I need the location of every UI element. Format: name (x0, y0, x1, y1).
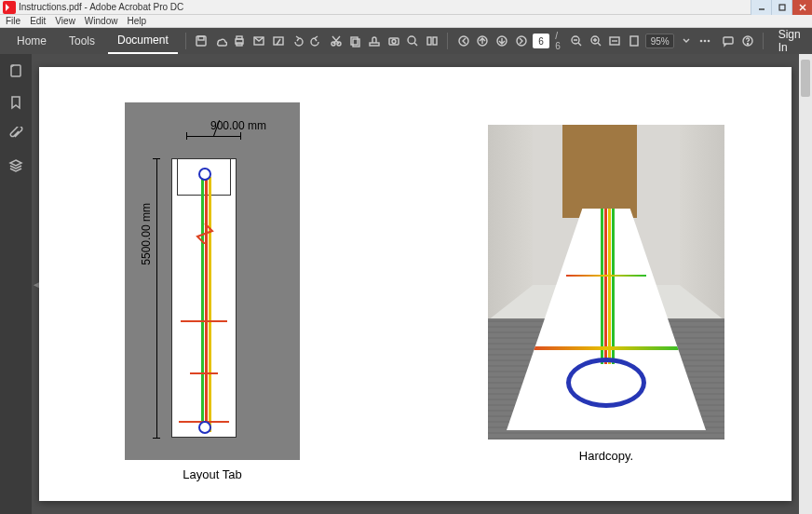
zoom-out-icon[interactable] (569, 31, 585, 51)
thumbnails-icon[interactable] (7, 61, 25, 80)
separator (447, 33, 448, 49)
svg-point-30 (704, 40, 707, 43)
hardcopy-photo (488, 125, 724, 440)
vertical-scrollbar[interactable] (799, 54, 812, 514)
figure-layout: 900.00 mm 5500.00 mm (125, 102, 300, 481)
last-page-icon[interactable] (513, 31, 529, 51)
cut-icon[interactable] (328, 31, 344, 51)
redo-icon[interactable] (309, 31, 325, 51)
caption-layout-tab: Layout Tab (125, 467, 300, 481)
figure-hardcopy: Hardcopy. (488, 125, 724, 463)
svg-rect-7 (237, 36, 242, 39)
layout-diagram: 900.00 mm 5500.00 mm (125, 102, 300, 460)
search-icon[interactable] (405, 31, 421, 51)
copy-icon[interactable] (347, 31, 363, 51)
menu-view[interactable]: View (55, 16, 75, 26)
print-icon[interactable] (232, 31, 248, 51)
first-page-icon[interactable] (455, 31, 471, 51)
svg-rect-14 (353, 39, 359, 47)
nav-rail (0, 54, 32, 514)
menubar: File Edit View Window Help (0, 15, 812, 28)
document-area: ◄ 900.00 mm 5500.00 mm (32, 54, 812, 514)
stamp-icon[interactable] (367, 31, 383, 51)
separator (763, 33, 764, 49)
zoom-level[interactable]: 95% (645, 34, 674, 48)
svg-rect-32 (724, 37, 733, 44)
bookmark-icon[interactable] (7, 93, 25, 112)
svg-rect-15 (370, 43, 379, 46)
signin-link[interactable]: Sign In (778, 28, 805, 54)
tab-document[interactable]: Document (108, 28, 178, 54)
cloud-icon[interactable] (212, 31, 228, 51)
maximize-button[interactable] (771, 0, 792, 15)
titlebar: Instructions.pdf - Adobe Acrobat Pro DC (0, 0, 812, 15)
close-button[interactable] (792, 0, 812, 15)
more-tools-icon[interactable] (697, 31, 713, 51)
window-controls (751, 0, 812, 15)
scroll-thumb[interactable] (801, 60, 810, 97)
mail-icon[interactable] (251, 31, 267, 51)
toolbar: Home Tools Document 6 / 6 95% Sign In (0, 28, 812, 54)
page-number-input[interactable]: 6 (533, 34, 549, 48)
group-icon[interactable] (425, 31, 440, 51)
separator (185, 33, 186, 49)
help-icon[interactable] (739, 31, 755, 51)
zoom-in-icon[interactable] (588, 31, 603, 51)
page-total: / 6 (555, 31, 562, 51)
menu-help[interactable]: Help (127, 16, 146, 26)
menu-window[interactable]: Window (85, 16, 118, 26)
svg-point-31 (708, 40, 710, 43)
svg-rect-19 (427, 37, 431, 45)
fit-page-icon[interactable] (627, 31, 643, 51)
svg-rect-20 (433, 37, 437, 45)
tab-home[interactable]: Home (7, 29, 56, 53)
comment-icon[interactable] (721, 31, 737, 51)
undo-icon[interactable] (290, 31, 305, 51)
svg-point-21 (459, 36, 468, 46)
fit-width-icon[interactable] (607, 31, 623, 51)
svg-point-18 (408, 36, 415, 44)
tab-tools[interactable]: Tools (60, 29, 104, 53)
minimize-button[interactable] (751, 0, 771, 15)
save-icon[interactable] (194, 31, 210, 51)
caption-hardcopy: Hardcopy. (488, 449, 724, 463)
dim-height-label: 5500.00 mm (140, 203, 153, 265)
svg-rect-13 (351, 37, 358, 45)
app-icon (3, 1, 16, 14)
layers-icon[interactable] (7, 156, 25, 175)
camera-icon[interactable] (386, 31, 401, 51)
window-title: Instructions.pdf - Adobe Acrobat Pro DC (19, 2, 751, 12)
menu-file[interactable]: File (6, 16, 20, 26)
svg-point-24 (517, 36, 526, 46)
workspace: ◄ 900.00 mm 5500.00 mm (0, 54, 812, 514)
svg-rect-1 (779, 5, 785, 10)
svg-point-29 (700, 40, 703, 43)
prev-page-icon[interactable] (475, 31, 491, 51)
svg-rect-5 (198, 36, 204, 40)
svg-point-17 (392, 40, 396, 44)
svg-point-34 (747, 43, 748, 44)
next-page-icon[interactable] (494, 31, 510, 51)
menu-edit[interactable]: Edit (30, 16, 46, 26)
svg-rect-28 (630, 36, 638, 46)
attachment-icon[interactable] (7, 125, 25, 143)
dim-width-label: 900.00 mm (210, 119, 369, 132)
pdf-page: 900.00 mm 5500.00 mm (39, 67, 792, 501)
zoom-dropdown-icon[interactable] (678, 31, 694, 51)
share-icon[interactable] (270, 31, 286, 51)
